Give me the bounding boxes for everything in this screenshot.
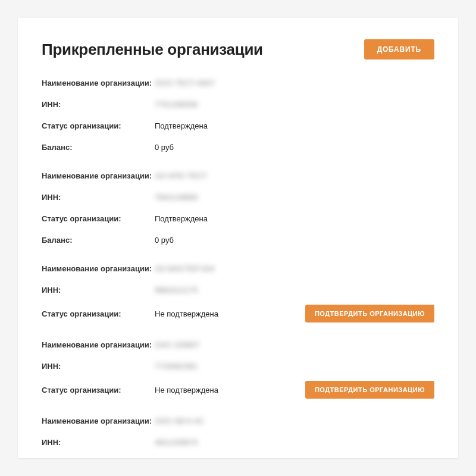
confirm-organization-button[interactable]: ПОДТВЕРДИТЬ ОРГАНИЗАЦИЮ bbox=[305, 381, 434, 399]
field-value-status: Подтверждена bbox=[155, 214, 244, 223]
field-row-name: Наименование организации: АО НПО ТЕСТ bbox=[42, 169, 434, 182]
field-value-inn: 7725062381 bbox=[155, 362, 244, 371]
add-button[interactable]: ДОБАВИТЬ bbox=[364, 39, 434, 60]
field-value-inn: 4921205874 bbox=[155, 438, 244, 447]
field-row-name: Наименование организации: ОАО АВ-К-АС bbox=[42, 414, 434, 427]
field-row-status: Статус организации: Подтверждена bbox=[42, 119, 434, 132]
header-row: Прикрепленные организации ДОБАВИТЬ bbox=[42, 39, 434, 60]
field-label-name: Наименование организации: bbox=[42, 171, 155, 180]
field-label-name: Наименование организации: bbox=[42, 264, 155, 273]
field-value-name: ОАО 100607 bbox=[155, 340, 244, 349]
field-label-status: Статус организации: bbox=[42, 121, 155, 130]
page-title: Прикрепленные организации bbox=[42, 40, 263, 59]
field-row-inn: ИНН: 9862012175 bbox=[42, 283, 434, 296]
field-label-balance: Баланс: bbox=[42, 143, 155, 152]
field-label-status: Статус организации: bbox=[42, 309, 155, 318]
field-row-inn: ИНН: 7725062381 bbox=[42, 359, 434, 372]
field-label-balance: Баланс: bbox=[42, 236, 155, 245]
field-value-inn: 7842128890 bbox=[155, 193, 244, 202]
field-value-status: Не подтверждена bbox=[155, 386, 244, 394]
field-row-name: Наименование организации: ОАО 100607 bbox=[42, 338, 434, 351]
field-label-name: Наименование организации: bbox=[42, 79, 155, 87]
organization-block: Наименование организации: АО НПО ТЕСТ ИН… bbox=[42, 169, 434, 246]
organization-block: Наименование организации: ООО ТЕСТ-0007 … bbox=[42, 76, 434, 154]
field-value-status: Не подтверждена bbox=[155, 309, 244, 318]
field-value-status: Подтверждена bbox=[155, 121, 244, 130]
organization-block: Наименование организации: АО МАСТЕР-Ю4 И… bbox=[42, 262, 434, 322]
field-value-name: АО НПО ТЕСТ bbox=[155, 171, 244, 180]
field-value-name: АО МАСТЕР-Ю4 bbox=[155, 264, 244, 273]
field-label-inn: ИНН: bbox=[42, 100, 155, 109]
organization-block: Наименование организации: ОАО АВ-К-АС ИН… bbox=[42, 414, 434, 449]
field-label-inn: ИНН: bbox=[42, 362, 155, 371]
field-row-balance: Баланс: 0 руб bbox=[42, 233, 434, 246]
field-value-balance: 0 руб bbox=[155, 236, 244, 245]
field-label-inn: ИНН: bbox=[42, 438, 155, 447]
field-row-status: Статус организации: Не подтверждена ПОДТ… bbox=[42, 305, 434, 322]
field-row-balance: Баланс: 0 руб bbox=[42, 140, 434, 154]
field-label-name: Наименование организации: bbox=[42, 340, 155, 349]
organizations-card: Прикрепленные организации ДОБАВИТЬ Наиме… bbox=[18, 18, 458, 458]
field-row-inn: ИНН: 7701288356 bbox=[42, 98, 434, 111]
field-label-inn: ИНН: bbox=[42, 286, 155, 295]
field-row-inn: ИНН: 4921205874 bbox=[42, 436, 434, 449]
field-value-name: ООО ТЕСТ-0007 bbox=[155, 79, 244, 87]
field-label-name: Наименование организации: bbox=[42, 416, 155, 425]
field-label-inn: ИНН: bbox=[42, 193, 155, 202]
field-action: ПОДТВЕРДИТЬ ОРГАНИЗАЦИЮ bbox=[305, 305, 434, 322]
field-row-inn: ИНН: 7842128890 bbox=[42, 190, 434, 203]
field-value-name: ОАО АВ-К-АС bbox=[155, 416, 244, 425]
field-value-balance: 0 руб bbox=[155, 143, 244, 152]
organization-block: Наименование организации: ОАО 100607 ИНН… bbox=[42, 338, 434, 399]
field-row-status: Статус организации: Не подтверждена ПОДТ… bbox=[42, 381, 434, 399]
field-action: ПОДТВЕРДИТЬ ОРГАНИЗАЦИЮ bbox=[305, 381, 434, 399]
field-label-status: Статус организации: bbox=[42, 386, 155, 394]
field-label-status: Статус организации: bbox=[42, 214, 155, 223]
field-value-inn: 9862012175 bbox=[155, 286, 244, 295]
confirm-organization-button[interactable]: ПОДТВЕРДИТЬ ОРГАНИЗАЦИЮ bbox=[305, 305, 434, 322]
field-row-name: Наименование организации: АО МАСТЕР-Ю4 bbox=[42, 262, 434, 275]
field-row-name: Наименование организации: ООО ТЕСТ-0007 bbox=[42, 76, 434, 89]
field-row-status: Статус организации: Подтверждена bbox=[42, 212, 434, 225]
field-value-inn: 7701288356 bbox=[155, 100, 244, 109]
